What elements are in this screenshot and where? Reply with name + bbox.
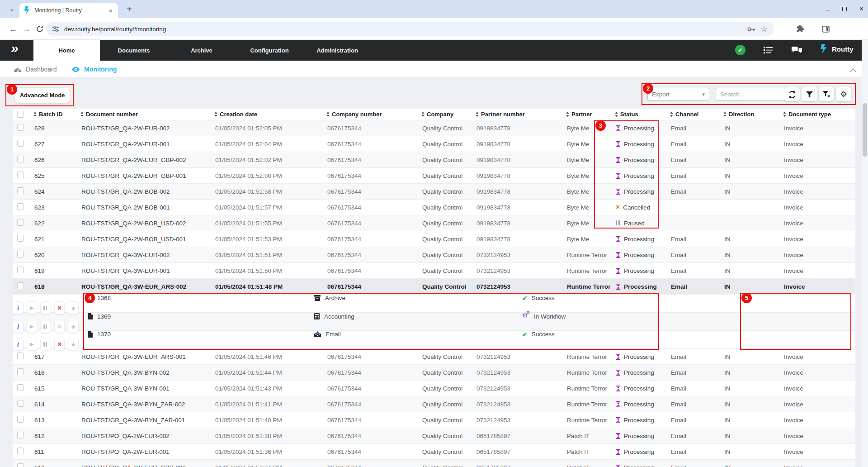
play-button[interactable]: ▶ [27,301,38,315]
column-header-company[interactable]: Company [417,111,471,118]
reload-icon[interactable] [36,18,43,40]
table-row[interactable]: 620ROU-TST/GR_QA-3W-EUR-00201/05/2024 01… [13,247,855,263]
row-checkbox[interactable] [17,219,24,226]
forward-icon[interactable]: → [23,18,31,40]
window-minimize-icon[interactable]: – [826,5,829,13]
extensions-puzzle-icon[interactable] [797,18,804,40]
row-checkbox[interactable] [17,235,24,242]
table-row[interactable]: 626ROU-TST/GR_QA-2W-EUR_GBP-00201/05/202… [13,152,855,168]
table-row[interactable]: 612ROU-TST/PO_QA-2W-EUR-00201/05/2024 01… [13,428,855,444]
table-row[interactable]: 614ROU-TST/GR_QA-3W-BYN_ZAR-00201/05/202… [13,396,855,412]
cancel-button[interactable]: × [54,301,65,315]
cancel-button[interactable]: × [54,320,65,333]
column-header-company-number[interactable]: Company number [322,111,417,118]
row-checkbox[interactable] [17,267,24,273]
side-panel-icon[interactable] [822,18,830,40]
subnav-item-monitoring[interactable]: Monitoring [71,61,117,78]
table-row[interactable]: 621ROU-TST/GR_QA-2W-BOB_USD-00101/05/202… [13,231,855,247]
nav-tab-configuration[interactable]: Configuration [236,40,303,61]
table-row[interactable]: 622ROU-TST/GR_QA-2W-BOB_USD-00201/05/202… [13,215,855,231]
pause-button[interactable] [40,338,51,351]
column-header-document-number[interactable]: Document number [76,111,210,118]
play-button[interactable]: ▶ [27,338,38,351]
star-button[interactable]: ★ [68,320,79,333]
row-checkbox[interactable] [17,400,24,407]
table-row[interactable]: 613ROU-TST/GR_QA-3W-BYN_ZAR-00101/05/202… [13,412,855,428]
nav-tab-archive[interactable]: Archive [168,40,236,61]
info-button[interactable]: i [13,338,24,351]
info-button[interactable]: i [13,320,24,333]
column-header-creation-date[interactable]: Creation date [210,111,322,118]
table-row[interactable]: 624ROU-TST/GR_QA-2W-BOB-00201/05/2024 01… [13,184,855,200]
nav-tab-administration[interactable]: Administration [303,40,371,61]
table-row[interactable]: 625ROU-TST/GR_QA-2W-EUR_GBP-00101/05/202… [13,168,855,184]
info-button[interactable]: i [13,301,24,315]
table-row[interactable]: 627ROU-TST/GR_QA-2W-EUR-00101/05/2024 01… [13,136,855,152]
column-header-batch-id[interactable]: Batch ID [29,111,76,118]
play-button[interactable]: ▶ [27,320,38,333]
subnav-item-dashboard[interactable]: Dashboard [14,61,57,78]
status-ok-icon[interactable]: ✔ [735,45,745,55]
column-header-document-type[interactable]: Document type [778,111,855,118]
column-header-channel[interactable]: Channel [665,111,719,118]
annotation-box-3: 3 [594,120,659,229]
collapse-chevron-icon[interactable] [850,66,856,74]
address-bar[interactable]: dev.routty.be/portal/routty/#monitoring … [46,22,774,36]
column-header-partner[interactable]: Partner [561,111,610,118]
row-checkbox[interactable] [17,156,24,162]
tab-search-chevron-icon[interactable]: ⌄ [6,4,17,14]
table-row[interactable]: 615ROU-TST/GR_QA-3W-BYN-00101/05/2024 01… [13,381,855,396]
row-checkbox[interactable] [17,448,24,454]
column-header-direction[interactable]: Direction [719,111,778,118]
row-checkbox[interactable] [17,251,24,257]
row-checkbox[interactable] [17,432,24,438]
task-list-icon[interactable] [764,46,773,56]
passwords-key-icon[interactable] [747,27,755,32]
table-row[interactable]: 628ROU-TST/GR_QA-2W-EUR-00201/05/2024 01… [13,120,855,136]
star-button[interactable]: ★ [68,301,79,315]
cell-doc: ROU-TST/GR_QA-3W-EUR_ARS-002 [76,283,210,290]
row-checkbox[interactable] [17,124,24,131]
star-icon: ★ [71,341,76,348]
pause-button[interactable] [40,320,51,333]
table-row[interactable]: 616ROU-TST/GR_QA-3W-BYN-00201/05/2024 01… [13,365,855,381]
back-icon[interactable]: ← [9,18,17,40]
scrollbar-track[interactable] [862,40,868,467]
column-header-partner-number[interactable]: Partner number [471,111,561,118]
cell-direction: IN [719,267,778,274]
nav-tab-documents[interactable]: Documents [100,40,168,61]
new-tab-button[interactable]: + [127,4,132,14]
scrollbar-thumb[interactable] [863,103,867,157]
star-button[interactable]: ★ [68,338,79,351]
row-checkbox[interactable] [17,353,24,359]
table-row[interactable]: 618ROU-TST/GR_QA-3W-EUR_ARS-00201/05/202… [13,279,855,295]
site-info-icon[interactable] [52,26,59,32]
cell-partner_number: 0919834778 [471,141,561,148]
window-close-icon[interactable]: × [859,5,863,13]
table-row[interactable]: 617ROU-TST/GR_QA-3W-EUR_ARS-00101/05/202… [13,349,855,365]
table-row[interactable]: 623ROU-TST/GR_QA-2W-BOB-00101/05/2024 01… [13,200,855,215]
select-all-checkbox[interactable] [17,111,24,118]
close-tab-icon[interactable]: × [108,7,113,14]
cell-doc: ROU-TST/GR_QA-2W-EUR-002 [76,125,210,132]
cancel-button[interactable]: × [54,338,65,351]
bookmark-star-icon[interactable]: ☆ [761,24,768,34]
pause-button[interactable] [40,301,51,315]
row-checkbox[interactable] [17,463,24,467]
row-checkbox[interactable] [17,187,24,194]
column-header-status[interactable]: Status [610,111,665,118]
table-row[interactable]: 619ROU-TST/GR_QA-3W-EUR-00101/05/2024 01… [13,263,855,279]
row-checkbox[interactable] [17,416,24,423]
row-checkbox[interactable] [17,172,24,178]
nav-tab-home[interactable]: Home [33,40,100,61]
row-checkbox[interactable] [17,140,24,147]
row-checkbox[interactable] [17,282,24,289]
chat-icon[interactable] [791,46,802,56]
browser-tab[interactable]: Monitoring | Routty × [19,3,118,18]
table-row[interactable]: 611ROU-TST/PO_QA-2W-EUR-00101/05/2024 01… [13,444,855,460]
row-checkbox[interactable] [17,203,24,210]
table-row[interactable]: 610ROU-TST/PO_QA-2W-EUR_GBP-00201/05/202… [13,460,855,467]
row-checkbox[interactable] [17,368,24,375]
window-maximize-icon[interactable] [842,7,847,11]
row-checkbox[interactable] [17,384,24,391]
